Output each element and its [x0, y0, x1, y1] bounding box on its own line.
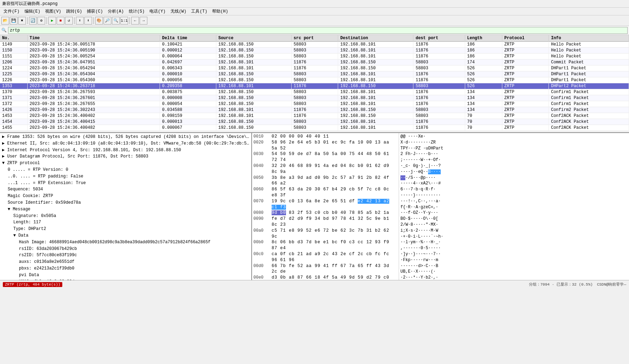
detail-item[interactable]: Magic Cookie: ZRTP — [1, 193, 251, 200]
detail-item[interactable]: ▶ Ethernet II, Src: a8:0c:04:13:09:10 (a… — [1, 140, 251, 147]
detail-item[interactable]: Hash Image: 466889914aed048cb00162d98c9a… — [1, 239, 251, 246]
detail-item[interactable]: ..0. .... = RTP padding: False — [1, 173, 251, 180]
menu-help[interactable]: 帮助(H) — [210, 8, 230, 15]
capture-opts-button[interactable]: ⚙ — [37, 17, 45, 24]
cell-dst: 192.168.88.101 — [338, 54, 413, 59]
detail-item[interactable]: Signature: 0x505a — [1, 213, 251, 219]
hex-offset: 0080 — [253, 210, 270, 216]
detail-item[interactable]: Type: DHPart2 — [1, 226, 251, 232]
table-row[interactable]: 13532023-09-28 15:24:36.2637180.20935819… — [0, 83, 629, 89]
table-row[interactable]: 11492023-09-28 15:24:36.0051780.10042119… — [0, 42, 629, 48]
colorize-button[interactable]: 🎨 — [95, 17, 103, 24]
cell-src: 192.168.88.101 — [216, 113, 291, 119]
hex-ascii-row: ,·······0·5····· — [400, 245, 628, 251]
menu-analyze[interactable]: 分析(A) — [106, 8, 126, 15]
table-row[interactable]: 14262023-09-28 15:24:36.3022430.03458819… — [0, 107, 629, 113]
cell-srcport: 11876 — [291, 113, 338, 119]
detail-item[interactable]: auxs: c0136a8e2e6551df — [1, 259, 251, 265]
start-capture-button[interactable]: ▶ — [48, 17, 56, 24]
menu-capture[interactable]: 捕获(C) — [85, 8, 105, 15]
col-proto: Protocol — [502, 35, 548, 42]
detail-item[interactable]: ▶ Frame 1353: 526 bytes on wire (4208 bi… — [1, 134, 251, 140]
restart-capture-button[interactable]: ↺ — [65, 17, 73, 24]
cell-delta: 0.034588 — [160, 107, 216, 113]
save-button[interactable]: 💾 — [10, 17, 18, 24]
stop-capture-button[interactable]: ■ — [57, 17, 64, 24]
hex-bytes: 86 5f 63 da 20 30 67 b4 29 cb 5f 7c c8 0… — [272, 187, 397, 198]
cell-dstport: 11876 — [413, 95, 465, 101]
cell-srcport: 58803 — [291, 95, 338, 101]
open-button[interactable]: 📂 — [1, 17, 9, 24]
menu-tools[interactable]: 工具(T) — [189, 8, 209, 15]
table-row[interactable]: 12242023-09-28 15:24:36.0542940.00634319… — [0, 65, 629, 71]
detail-item[interactable]: HMAC: fb8ce12a8e63a28d — [1, 279, 251, 280]
menu-view[interactable]: 视图(V) — [43, 8, 63, 15]
menu-file[interactable]: 文件(F) — [1, 8, 22, 15]
table-row[interactable]: 12252023-09-28 15:24:36.0543040.00001019… — [0, 71, 629, 77]
hex-ascii-row: ···/S···@p···· — [400, 175, 628, 181]
cell-no: 1454 — [0, 119, 27, 125]
hex-bytes: 19 9c c0 13 6a 8e 2e 65 51 df e2 42 13 a… — [272, 198, 397, 210]
cell-proto: ZRTP — [502, 101, 548, 107]
detail-item[interactable]: pbxs: e24213a2c1f39db0 — [1, 265, 251, 272]
detail-item[interactable]: 0 ..... = RTP Version: 0 — [1, 167, 251, 173]
table-row[interactable]: 14542023-09-28 15:24:36.4004150.00001319… — [0, 119, 629, 125]
scroll-up-button[interactable]: ⬆ — [76, 17, 84, 24]
detail-item[interactable]: rs1ID: 63da203067b429cb — [1, 246, 251, 252]
menu-stats[interactable]: 统计(S) — [127, 8, 147, 15]
table-row[interactable]: 14552023-09-28 15:24:36.4004820.00006719… — [0, 125, 629, 131]
cell-len: 186 — [465, 54, 502, 59]
detail-item[interactable]: ▼ Message — [1, 206, 251, 213]
detail-item[interactable]: ▼ ZRTP protocol — [1, 160, 251, 167]
cell-delta: 0.042697 — [160, 59, 216, 65]
reload-button[interactable]: 🔄 — [29, 17, 37, 24]
cell-time: 2023-09-28 15:24:36.267593 — [27, 89, 160, 95]
close-button[interactable]: ✖ — [18, 17, 26, 24]
sep1 — [27, 17, 28, 24]
menu-wireless[interactable]: 无线(W) — [168, 8, 189, 15]
cell-proto: ZRTP — [502, 59, 548, 65]
detail-item[interactable]: Sequence: 5034 — [1, 186, 251, 193]
detail-item[interactable]: ▶ User Datagram Protocol, Src Port: 1187… — [1, 153, 251, 160]
table-row[interactable]: 12262023-09-28 15:24:36.0543600.00005619… — [0, 77, 629, 83]
menu-edit[interactable]: 编辑(E) — [22, 8, 43, 15]
zoom-out-button[interactable]: 🔍 — [112, 17, 120, 24]
detail-item[interactable]: rs2ID: 5f7cc80ce83f199c — [1, 252, 251, 259]
table-row[interactable]: 11502023-09-28 15:24:36.0051900.00001219… — [0, 48, 629, 54]
hex-row: 002058 96 2e 64 e5 b3 01 ec 9c fa 10 00 … — [253, 140, 397, 152]
detail-item[interactable]: ▼ Data — [1, 232, 251, 239]
menu-go[interactable]: 跳转(G) — [64, 8, 84, 15]
table-row[interactable]: 11512023-09-28 15:24:36.0052540.00006419… — [0, 54, 629, 59]
cell-no: 1371 — [0, 95, 27, 101]
table-row[interactable]: 13712023-09-28 15:24:36.2676010.00000819… — [0, 95, 629, 101]
filter-input[interactable] — [8, 27, 628, 34]
table-row[interactable]: 13702023-09-28 15:24:36.2675930.00387519… — [0, 89, 629, 95]
hex-ascii-row: @@ ····Xe· — [400, 134, 628, 140]
back-button[interactable]: ← — [131, 17, 139, 24]
toolbar: 📂 💾 ✖ 🔄 ⚙ ▶ ■ ↺ ⬆ ⬇ 🎨 🔎 🔍 1:1 ← → — [0, 15, 629, 26]
cell-delta: 0.003875 — [160, 89, 216, 95]
menu-bar: 文件(F) 编辑(E) 视图(V) 跳转(G) 捕获(C) 分析(A) 统计(S… — [0, 8, 629, 15]
cell-info: DHPart2 Packet — [549, 83, 629, 89]
table-row[interactable]: 12062023-09-28 15:24:36.0479510.04269719… — [0, 59, 629, 65]
hex-ascii-row: ;·······W··+·Of· — [400, 157, 628, 163]
detail-item[interactable]: ...1 .... = RTP Extension: True — [1, 180, 251, 187]
detail-item[interactable]: ▶ Internet Protocol Version 4, Src: 192.… — [1, 147, 251, 154]
table-row[interactable]: 13722023-09-28 15:24:36.2676550.00005419… — [0, 101, 629, 107]
detail-item[interactable]: Source Identifier: 0x59ded78a — [1, 200, 251, 206]
cell-dst: 192.168.88.150 — [338, 65, 413, 71]
cell-dstport: 11876 — [413, 77, 465, 83]
cell-delta: 0.100421 — [160, 42, 216, 48]
table-row[interactable]: 14532023-09-28 15:24:36.4004020.09815919… — [0, 113, 629, 119]
zoom-in-button[interactable]: 🔎 — [104, 17, 111, 24]
detail-item[interactable]: Length: 117 — [1, 219, 251, 226]
status-profile: CSDN@响前零学— — [597, 282, 626, 287]
scroll-down-button[interactable]: ⬇ — [84, 17, 92, 24]
cell-len: 174 — [465, 59, 502, 65]
sep2 — [47, 17, 47, 24]
menu-telephone[interactable]: 电话(Y) — [147, 8, 168, 15]
detail-item[interactable]: pvi Data — [1, 272, 251, 279]
zoom-normal-button[interactable]: 1:1 — [120, 17, 128, 24]
hex-row: 00b08c 06 bb d3 7d be e1 bc f0 c3 cc 12 … — [253, 239, 397, 251]
forward-button[interactable]: → — [140, 17, 147, 24]
